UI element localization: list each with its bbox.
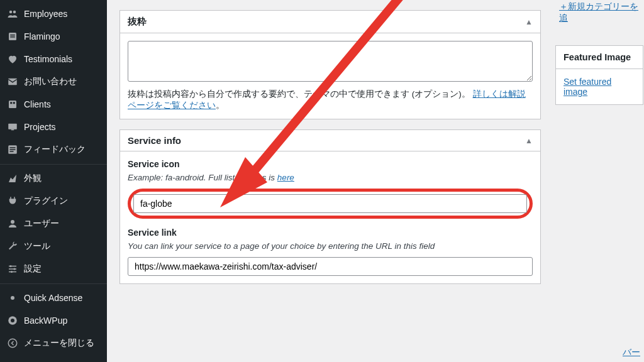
sidebar-item-plugin[interactable]: プラグイン [0, 190, 107, 212]
service-icon-label: Service icon [128, 159, 533, 169]
excerpt-metabox-header[interactable]: 抜粋 ▲ [120, 11, 540, 33]
svg-rect-9 [8, 124, 17, 129]
excerpt-help-pre: 抜粋は投稿内容から自分で作成する要約で、テーマの中で使用できます (オプション)… [128, 89, 470, 99]
sidebar-item-label: Clients [24, 99, 51, 109]
sidebar-item-label: ユーザー [24, 218, 59, 229]
collapse-toggle-icon[interactable]: ▲ [525, 18, 533, 26]
featured-image-metabox: Featured Image Set featured image [555, 45, 643, 105]
right-column: ＋新規カテゴリーを追 Featured Image Set featured i… [553, 0, 644, 105]
svg-point-21 [11, 271, 13, 273]
sidebar-item-users[interactable]: ユーザー [0, 212, 107, 235]
svg-point-22 [11, 296, 14, 300]
service-info-header[interactable]: Service info ▲ [120, 130, 540, 151]
add-category-link[interactable]: ＋新規カテゴリーを追 [559, 1, 644, 24]
annotation-highlight-ring [128, 189, 533, 219]
projects-icon [6, 121, 19, 133]
sidebar-item-employees[interactable]: Employees [0, 3, 107, 25]
heart-icon [6, 53, 19, 65]
groups-icon [6, 8, 19, 20]
excerpt-help-text: 抜粋は投稿内容から自分で作成する要約で、テーマの中で使用できます (オプション)… [128, 89, 533, 111]
svg-point-1 [13, 11, 16, 14]
bottom-right-link[interactable]: バー [623, 347, 640, 358]
service-info-title: Service info [128, 135, 181, 146]
service-icon-input[interactable] [133, 194, 527, 213]
svg-rect-12 [10, 147, 16, 148]
svg-point-24 [11, 319, 14, 322]
excerpt-textarea[interactable] [128, 41, 533, 82]
feedback-icon [6, 143, 19, 156]
sidebar-item-testimonials[interactable]: Testimonials [0, 48, 107, 70]
service-info-metabox: Service info ▲ Service icon Example: fa-… [119, 129, 541, 284]
excerpt-metabox: 抜粋 ▲ 抜粋は投稿内容から自分で作成する要約で、テーマの中で使用できます (オ… [119, 10, 541, 119]
svg-rect-6 [9, 101, 16, 108]
collapse-toggle-icon[interactable]: ▲ [525, 136, 533, 145]
admin-sidebar: Employees Flamingo Testimonials お問い合わせ C… [0, 0, 107, 362]
featured-image-title: Featured Image [556, 46, 643, 69]
clients-icon [6, 98, 19, 111]
svg-rect-4 [10, 36, 15, 38]
sidebar-item-adsense[interactable]: Quick Adsense [0, 287, 107, 309]
svg-point-25 [8, 339, 17, 348]
set-featured-image-link[interactable]: Set featured image [564, 77, 611, 97]
settings-icon [6, 263, 19, 275]
users-icon [6, 217, 19, 230]
service-link-hint: You can link your service to a page of y… [128, 241, 533, 251]
svg-rect-13 [10, 149, 16, 150]
sidebar-item-label: Flamingo [24, 31, 60, 41]
service-icon-hint-link[interactable]: here [277, 173, 294, 182]
svg-rect-8 [13, 102, 15, 104]
sidebar-item-label: お問い合わせ [24, 76, 77, 87]
adsense-icon [6, 292, 19, 304]
sidebar-item-contact[interactable]: お問い合わせ [0, 70, 107, 93]
backwpup-icon [6, 314, 19, 327]
svg-point-0 [9, 11, 13, 14]
appearance-icon [6, 172, 19, 185]
excerpt-help-post: 。 [216, 101, 225, 110]
svg-point-15 [11, 220, 14, 224]
sidebar-item-projects[interactable]: Projects [0, 116, 107, 138]
plugin-icon [6, 195, 19, 207]
service-icon-hint: Example: fa-android. Full list of icons … [128, 173, 533, 182]
sidebar-item-tools[interactable]: ツール [0, 235, 107, 258]
sidebar-item-label: BackWPup [24, 315, 67, 326]
excerpt-title: 抜粋 [128, 16, 147, 28]
sidebar-item-label: Projects [24, 122, 56, 132]
collapse-icon [6, 337, 19, 349]
sidebar-item-collapse[interactable]: メニューを閉じる [0, 332, 107, 354]
sidebar-item-flamingo[interactable]: Flamingo [0, 25, 107, 48]
svg-rect-14 [10, 151, 14, 152]
sidebar-item-label: プラグイン [24, 195, 68, 207]
sidebar-item-settings[interactable]: 設定 [0, 258, 107, 280]
sidebar-item-label: Testimonials [24, 54, 72, 64]
svg-rect-3 [10, 35, 15, 36]
service-link-input[interactable] [128, 257, 533, 276]
svg-point-19 [10, 265, 12, 267]
sidebar-item-backwpup[interactable]: BackWPup [0, 309, 107, 332]
sidebar-item-label: フィードバック [24, 144, 86, 155]
sidebar-item-label: 外観 [24, 173, 42, 184]
flamingo-icon [6, 30, 19, 43]
sidebar-item-appearance[interactable]: 外観 [0, 167, 107, 190]
svg-rect-10 [11, 129, 14, 131]
sidebar-item-label: ツール [24, 241, 50, 252]
sidebar-item-label: Quick Adsense [24, 293, 82, 303]
sidebar-item-feedback[interactable]: フィードバック [0, 138, 107, 161]
svg-rect-7 [10, 102, 12, 104]
service-link-label: Service link [128, 228, 533, 238]
sidebar-item-clients[interactable]: Clients [0, 93, 107, 116]
sidebar-item-label: Employees [24, 9, 67, 19]
svg-point-20 [14, 268, 16, 270]
mail-icon [6, 75, 19, 88]
sidebar-item-label: 設定 [24, 263, 42, 275]
tools-icon [6, 240, 19, 253]
sidebar-item-label: メニューを閉じる [24, 337, 94, 349]
